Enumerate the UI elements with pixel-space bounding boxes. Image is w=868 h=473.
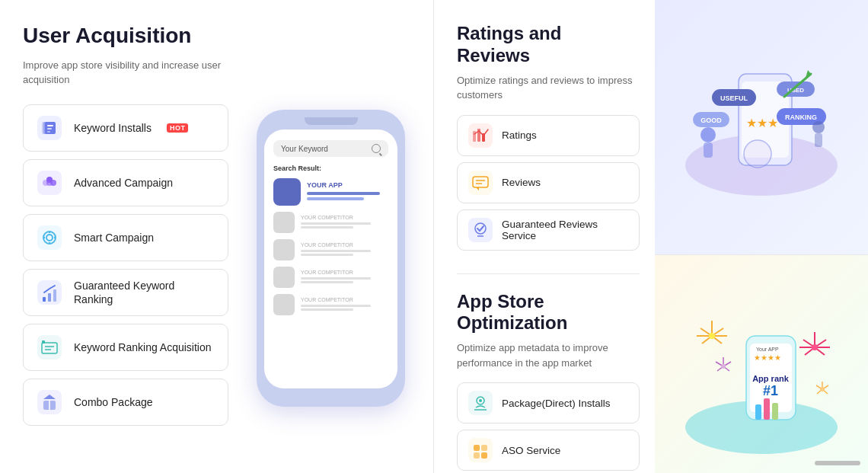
aso-menu: Package(Direct) Installs ASO Service [457,382,640,471]
menu-item-smart-campaign[interactable]: Smart Campaign [23,214,228,261]
smart-campaign-icon [36,224,63,251]
phone-comp-name-4: YOUR COMPETITOR [301,297,388,302]
menu-item-keyword-installs[interactable]: Keyword Installs HOT [23,104,228,152]
svg-rect-5 [47,128,52,129]
svg-point-90 [709,333,715,339]
svg-text:App rank: App rank [752,374,790,383]
phone-comp-info-1: YOUR COMPETITOR [301,215,388,230]
svg-rect-27 [42,340,45,344]
phone-comp-line-s2 [301,254,353,256]
phone-outer: Your Keyword Search Result: YOUR APP [257,110,405,407]
phone-comp-name-2: YOUR COMPETITOR [301,242,388,248]
package-installs-label: Package(Direct) Installs [502,398,611,409]
aso-service-label: ASO Service [502,445,560,456]
menu-item-guaranteed-keyword[interactable]: Guaranteed Keyword Ranking [23,269,228,316]
ratings-icon [468,123,493,148]
svg-text:#1: #1 [763,383,778,398]
phone-result-label: Search Result: [273,165,388,172]
svg-rect-51 [474,452,480,459]
user-acquisition-title: User Acquisition [23,23,228,49]
svg-point-104 [721,364,726,369]
svg-rect-21 [48,293,51,302]
ratings-reviews-section: Ratings and Reviews Optimize ratings and… [457,23,640,251]
keyword-ranking-label: Keyword Ranking Acquisition [74,340,212,354]
svg-rect-48 [468,438,493,462]
svg-point-98 [812,344,818,350]
menu-item-reviews[interactable]: Reviews [457,162,640,203]
menu-item-combo-package[interactable]: Combo Package [23,379,228,426]
phone-comp-info-3: YOUR COMPETITOR [301,270,388,285]
section-divider [457,273,640,274]
svg-rect-68 [704,142,713,158]
svg-rect-70 [815,133,822,147]
ratings-reviews-menu: Ratings Reviews [457,115,640,251]
svg-point-110 [820,387,825,392]
svg-text:RANKING: RANKING [785,113,817,121]
aso-illustration: App rank #1 ★★★★ Your APP [670,305,853,458]
ratings-reviews-title: Ratings and Reviews [457,23,640,67]
guaranteed-reviews-label: Guaranteed Reviews Service [502,219,628,241]
left-content: User Acquisition Improve app store visib… [23,23,228,473]
phone-competitor-2: YOUR COMPETITOR [273,239,388,260]
svg-rect-80 [772,403,778,420]
phone-comp-icon-4 [273,294,295,315]
svg-rect-33 [473,131,476,142]
phone-comp-line-l1 [301,222,371,225]
phone-comp-name-3: YOUR COMPETITOR [301,270,388,275]
menu-item-aso-service[interactable]: ASO Service [457,430,640,471]
menu-item-ratings[interactable]: Ratings [457,115,640,156]
phone-comp-info-2: YOUR COMPETITOR [301,242,388,257]
svg-rect-36 [468,171,493,195]
svg-text:Your APP: Your APP [756,347,779,352]
svg-rect-78 [755,404,761,420]
svg-point-46 [479,399,482,402]
keyword-installs-icon [36,114,63,142]
package-installs-icon [468,391,493,415]
svg-text:★★★: ★★★ [746,117,778,129]
phone-competitor-3: YOUR COMPETITOR [273,267,388,288]
phone-comp-line-s3 [301,281,353,283]
phone-comp-icon-2 [273,239,295,260]
illustration-aso: App rank #1 ★★★★ Your APP [655,255,868,473]
svg-rect-50 [481,445,487,451]
menu-item-advanced-campaign[interactable]: Advanced Campaign [23,159,228,206]
phone-comp-line-l4 [301,305,371,307]
aso-title: App Store Optimization [457,291,640,335]
phone-app-info: YOUR APP [307,181,388,203]
phone-comp-name-1: YOUR COMPETITOR [301,215,388,220]
svg-rect-20 [43,297,46,302]
phone-your-app: YOUR APP [273,178,388,206]
keyword-installs-label: Keyword Installs [74,121,152,135]
svg-point-72 [744,140,771,168]
aso-service-icon [468,438,493,462]
scrollbar[interactable] [815,461,860,465]
guaranteed-keyword-label: Guaranteed Keyword Ranking [74,279,215,306]
phone-search-text: Your Keyword [281,145,328,153]
svg-text:USEFUL: USEFUL [720,94,748,102]
phone-comp-line-s1 [301,226,353,229]
svg-rect-23 [37,335,62,360]
ratings-reviews-subtitle: Optimize ratings and reviews to impress … [457,73,640,103]
phone-app-icon [273,178,301,206]
menu-item-guaranteed-reviews[interactable]: Guaranteed Reviews Service [457,209,640,251]
aso-subtitle: Optimize app metadata to improve perform… [457,340,640,370]
phone-comp-line-s4 [301,308,353,311]
guaranteed-reviews-icon [468,218,493,242]
right-content: Ratings and Reviews Optimize ratings and… [434,0,655,473]
svg-point-69 [812,121,825,133]
menu-item-keyword-ranking[interactable]: Keyword Ranking Acquisition [23,324,228,371]
reviews-label: Reviews [502,177,541,188]
svg-rect-49 [474,445,480,451]
illustration-ratings: USEFUL USED GOOD RANKING ★★★ [655,0,868,255]
phone-comp-line-l2 [301,250,371,252]
phone-search-bar: Your Keyword [273,140,388,157]
user-acquisition-subtitle: Improve app store visibility and increas… [23,58,228,88]
menu-item-package-installs[interactable]: Package(Direct) Installs [457,382,640,423]
keyword-ranking-icon [36,334,63,361]
phone-mockup-area: Your Keyword Search Result: YOUR APP [228,23,418,473]
advanced-campaign-label: Advanced Campaign [74,176,173,190]
ratings-label: Ratings [502,129,537,141]
phone-notch [305,117,358,125]
phone-comp-icon-3 [273,267,295,288]
svg-rect-52 [481,452,487,459]
